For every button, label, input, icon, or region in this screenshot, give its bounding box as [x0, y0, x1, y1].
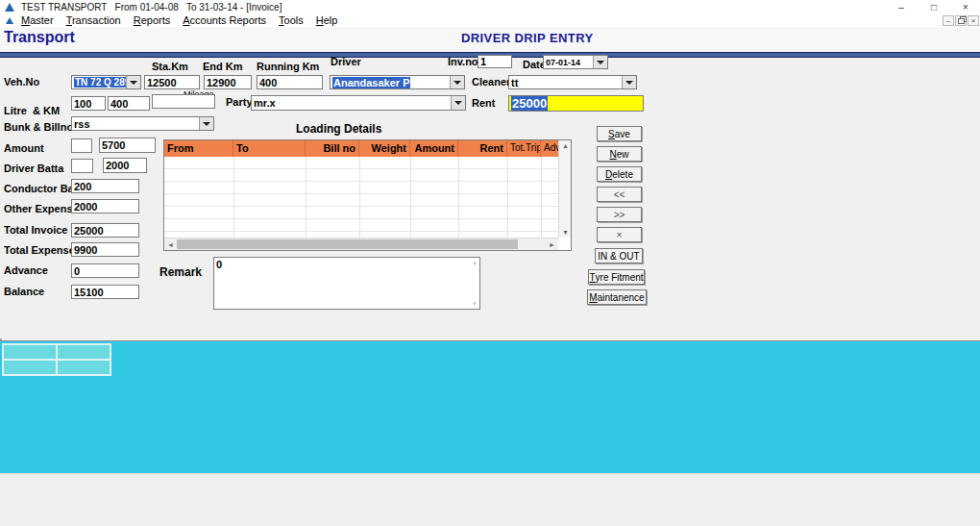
other-expense-input[interactable] [71, 199, 139, 213]
chevron-down-icon[interactable] [622, 76, 636, 88]
bunk-billno-combo[interactable]: rss [71, 116, 214, 131]
tyre-fitment-button[interactable]: Tyre Fitment [588, 269, 645, 285]
previous-record-button[interactable]: << [597, 187, 642, 202]
driver-batta-input-2[interactable] [103, 158, 147, 173]
col-weight[interactable]: Weight [359, 140, 410, 157]
col-bill-no[interactable]: Bill no [306, 140, 359, 157]
app-name: Transport [4, 29, 75, 46]
bottom-strip [0, 473, 980, 526]
loading-details-title: Loading Details [296, 122, 381, 136]
col-advance[interactable]: Adva [541, 140, 558, 157]
driver-label: Driver [331, 56, 361, 67]
scroll-down-icon: ▼ [472, 301, 478, 307]
balance-input[interactable] [71, 285, 139, 299]
cleaner-combo[interactable]: tt [508, 75, 637, 89]
sta-km-label: Sta.Km [152, 61, 188, 72]
grid-header-row: From To Bill no Weight Amount Rent Tot.T… [164, 140, 558, 157]
advance-input[interactable] [71, 263, 139, 278]
maximize-icon[interactable]: □ [924, 0, 943, 13]
remark-label: Remark [159, 265, 202, 279]
amount-input-1[interactable] [71, 138, 92, 153]
bottom-panel [0, 340, 980, 473]
scroll-left-icon[interactable]: ◄ [164, 238, 177, 250]
mdi-close-icon[interactable]: × [968, 15, 979, 26]
next-record-button[interactable]: >> [597, 207, 642, 222]
scrollbar-thumb[interactable] [177, 239, 518, 249]
total-expense-label: Total Expense [4, 244, 75, 256]
remark-value: 0 [216, 259, 222, 270]
menu-accounts-reports[interactable]: Accounts Reports [183, 14, 266, 26]
summary-cell [3, 360, 57, 375]
menu-reports[interactable]: Reports [134, 14, 171, 26]
close-record-button[interactable]: × [597, 227, 642, 242]
grid-horizontal-scrollbar[interactable]: ◄ ► [164, 238, 558, 250]
app-icon [5, 3, 14, 12]
amount-input-2[interactable] [99, 138, 156, 153]
summary-cell [3, 344, 57, 360]
minimize-icon[interactable]: – [892, 0, 911, 13]
sta-km-input[interactable] [144, 75, 200, 89]
chevron-down-icon[interactable] [126, 76, 140, 88]
summary-table [2, 343, 111, 376]
chevron-down-icon[interactable] [593, 56, 607, 68]
party-label: Party [226, 96, 253, 108]
col-from[interactable]: From [164, 140, 233, 157]
menu-master[interactable]: Master [21, 14, 54, 26]
mdi-minimize-icon[interactable]: – [943, 15, 954, 26]
summary-cell [57, 360, 110, 375]
total-expense-input[interactable] [71, 242, 139, 257]
delete-button[interactable]: Delete [597, 166, 642, 182]
total-invoice-label: Total Invoice [4, 224, 67, 236]
veh-no-label: Veh.No [4, 76, 39, 88]
mdi-restore-icon[interactable] [955, 15, 967, 26]
end-km-input[interactable] [204, 75, 252, 89]
remark-input[interactable]: 0 ▲ ▼ [213, 257, 480, 310]
inv-no-label: Inv.no [448, 56, 478, 67]
end-km-label: End Km [203, 61, 243, 72]
window-title: TEST TRANSPORT From 01-04-08 To 31-03-14… [21, 2, 282, 13]
chevron-down-icon[interactable] [199, 117, 213, 130]
mileage-input[interactable] [152, 94, 215, 109]
in-out-button[interactable]: IN & OUT [595, 248, 643, 263]
menu-tools[interactable]: Tools [279, 14, 304, 26]
col-to[interactable]: To [233, 140, 306, 157]
scroll-up-icon[interactable]: ▲ [559, 140, 572, 151]
summary-cell [57, 344, 110, 360]
party-combo[interactable]: mr.x [251, 95, 466, 111]
menu-bar: Master Transaction Reports Accounts Repo… [0, 13, 980, 27]
loading-details-grid: From To Bill no Weight Amount Rent Tot.T… [163, 139, 572, 251]
date-combo[interactable]: 07-01-14 [543, 55, 608, 69]
save-button[interactable]: Save [597, 126, 642, 141]
menu-help[interactable]: Help [316, 14, 338, 26]
running-km-input[interactable] [257, 75, 323, 89]
driver-batta-label: Driver Batta [4, 163, 63, 174]
close-icon[interactable]: × [956, 0, 975, 13]
grid-body[interactable] [164, 157, 558, 238]
scroll-right-icon[interactable]: ► [546, 238, 558, 250]
driver-combo[interactable]: Anandasaker P [330, 75, 465, 89]
litre-km-input[interactable] [108, 96, 150, 111]
driver-drip-entry-window: TEST TRANSPORT From 01-04-08 To 31-03-14… [0, 0, 980, 526]
chevron-down-icon[interactable] [451, 96, 465, 110]
inv-no-input[interactable] [478, 55, 512, 68]
col-rent[interactable]: Rent [458, 140, 507, 157]
litre-input[interactable] [71, 96, 106, 111]
advance-label: Advance [4, 264, 48, 276]
grid-vertical-scrollbar[interactable]: ▲ ▼ [558, 140, 571, 238]
other-expense-label: Other Expense [4, 203, 79, 214]
total-invoice-input[interactable] [71, 223, 139, 238]
chevron-down-icon[interactable] [450, 76, 464, 88]
maintanence-button[interactable]: Maintanence [587, 289, 647, 305]
cleaner-value: tt [509, 76, 622, 88]
bunk-billno-label: Bunk & Billno [4, 121, 73, 133]
veh-no-combo[interactable]: TN 72 Q 2899 [71, 75, 141, 89]
menu-transaction[interactable]: Transaction [66, 14, 121, 26]
col-tot-trip[interactable]: Tot.Trip [507, 140, 541, 157]
driver-value: Anandasaker P [332, 77, 410, 88]
conductor-batta-input[interactable] [71, 179, 139, 193]
new-button[interactable]: New [597, 146, 642, 162]
col-amount[interactable]: Amount [410, 140, 458, 157]
driver-batta-input-1[interactable] [71, 159, 93, 173]
scroll-down-icon[interactable]: ▼ [559, 227, 572, 238]
rent-input[interactable]: 25000 [508, 95, 644, 112]
